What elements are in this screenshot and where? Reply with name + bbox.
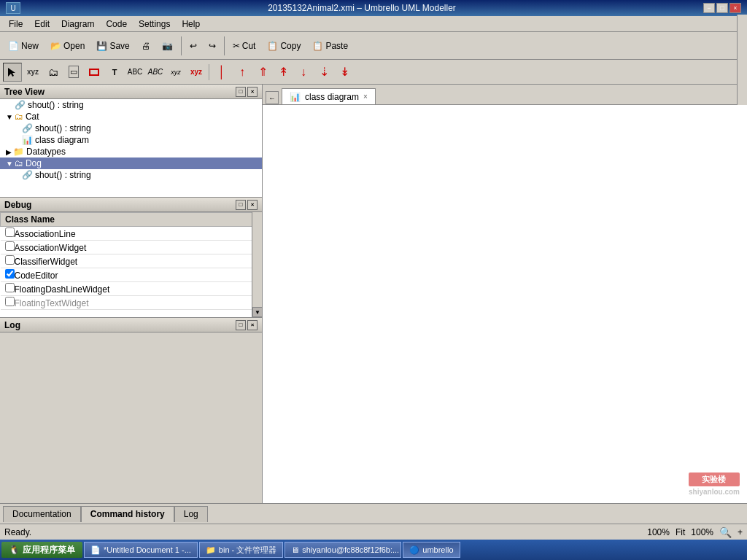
debug-panel: Debug □ × Class Name AssociationLine [0, 198, 262, 318]
debug-check-2[interactable] [5, 255, 15, 265]
taskbar-icon-2: 🖥 [291, 545, 299, 554]
down-diamond-tool[interactable]: ⇣ [314, 63, 333, 82]
taskbar-item-2[interactable]: 🖥 shiyanlou@fc88c8f12f6b:... [285, 542, 401, 558]
down-arrow-tool[interactable]: ↓ [294, 63, 313, 82]
tree-item-cat-diagram[interactable]: 📊 class diagram [0, 134, 262, 146]
debug-scrollbar[interactable]: ▼ [252, 212, 262, 317]
xyz-tool2[interactable]: xyz [166, 63, 185, 82]
tree-item-cat[interactable]: ▼ 🗂 Cat [0, 111, 262, 122]
tree-scrollbar[interactable] [737, 15, 747, 113]
new-icon: 📄 [8, 41, 19, 51]
taskbar-item-umbrello[interactable]: 🔵 umbrello [403, 542, 460, 558]
log-expand-btn[interactable]: □ [236, 320, 246, 330]
debug-check-3[interactable] [5, 269, 15, 279]
fit-zoom: 100% [691, 527, 713, 537]
tree-view-panel: Tree View □ × 🔗 shout() : string ▼ 🗂 Cat [0, 85, 262, 198]
taskbar-item-0[interactable]: 📄 *Untitled Document 1 -... [84, 542, 198, 558]
start-button[interactable]: 🐧 应用程序菜单 [1, 542, 82, 558]
menu-help[interactable]: Help [176, 18, 206, 31]
cut-icon: ✂ [233, 41, 240, 51]
copy-icon: 📋 [267, 41, 278, 51]
debug-check-0[interactable] [5, 228, 15, 237]
down-filled-tool[interactable]: ↡ [335, 63, 354, 82]
print-icon: 🖨 [142, 41, 150, 51]
menu-diagram[interactable]: Diagram [55, 18, 100, 31]
redo-icon: ↪ [209, 41, 216, 51]
new-button[interactable]: 📄 New [3, 35, 44, 57]
debug-controls[interactable]: □ × [236, 200, 258, 210]
log-close-btn[interactable]: × [247, 320, 258, 330]
open-button[interactable]: 📂 Open [45, 35, 90, 57]
text-tool[interactable]: T [105, 63, 124, 82]
menu-file[interactable]: File [3, 18, 28, 31]
arrow-cat: ▼ [6, 113, 13, 121]
tree-view-expand-btn[interactable]: □ [236, 87, 246, 97]
class-tool[interactable]: 🗂 [44, 63, 63, 82]
copy-button[interactable]: 📋 Copy [262, 35, 306, 57]
zoom-in-icon[interactable]: 🔍 [719, 526, 732, 538]
taskbar-icon-0: 📄 [90, 545, 101, 555]
screenshot-button[interactable]: 📷 [157, 35, 178, 57]
debug-check-1[interactable] [5, 241, 15, 251]
tab-class-diagram[interactable]: 📊 class diagram × [282, 88, 376, 104]
status-right: 100% Fit 100% 🔍 + [647, 526, 743, 538]
abc-tool[interactable]: ABC [146, 63, 165, 82]
folder-cat: 🗂 [15, 112, 23, 122]
zoom-in-btn[interactable]: + [738, 527, 743, 537]
paste-button[interactable]: 📋 Paste [307, 35, 353, 57]
select-tool[interactable] [3, 63, 22, 82]
up-arrow-tool[interactable]: ↑ [233, 63, 252, 82]
print-button[interactable]: 🖨 [136, 35, 155, 57]
up-arrow2-tool[interactable]: ⇑ [253, 63, 272, 82]
window-controls[interactable]: − □ × [703, 3, 741, 13]
svg-marker-0 [8, 68, 15, 77]
debug-header: Debug □ × [0, 198, 262, 212]
tree-item-dog-shout[interactable]: 🔗 shout() : string [0, 169, 262, 181]
main-toolbar: 📄 New 📂 Open 💾 Save 🖨 📷 ↩ ↪ ✂ Cut 📋 Copy… [0, 32, 747, 60]
label-tool[interactable]: xyz [187, 63, 206, 82]
menu-code[interactable]: Code [100, 18, 133, 31]
tree-item-0[interactable]: 🔗 shout() : string [0, 99, 262, 111]
diagram-canvas[interactable]: Cat + shout() : string Dog + shout() : s… [263, 105, 747, 503]
save-button[interactable]: 💾 Save [91, 35, 134, 57]
debug-close-btn[interactable]: × [247, 200, 258, 210]
toolbar-separator-2 [224, 36, 225, 55]
canvas-area: ← 📊 class diagram × Cat + sh [263, 85, 747, 503]
maximize-button[interactable]: □ [716, 3, 728, 13]
debug-expand-btn[interactable]: □ [236, 200, 246, 210]
debug-check-4[interactable] [5, 283, 15, 292]
tree-view-close-btn[interactable]: × [247, 87, 258, 97]
tree-item-cat-shout[interactable]: 🔗 shout() : string [0, 122, 262, 134]
menu-settings[interactable]: Settings [133, 18, 176, 31]
drawing-toolbar: xyz 🗂 ▭ T ABC ABC xyz xyz │ ↑ ⇑ ↟ ↓ ⇣ ↡ [0, 60, 747, 85]
rect-tool[interactable] [85, 63, 104, 82]
fit-label[interactable]: Fit [676, 527, 685, 537]
menu-edit[interactable]: Edit [28, 18, 55, 31]
sep-tool[interactable]: │ [212, 63, 231, 82]
minimize-button[interactable]: − [703, 3, 715, 13]
tree-item-datatypes[interactable]: ▶ 📁 Datatypes [0, 146, 262, 158]
up-open-tool[interactable]: ↟ [274, 63, 293, 82]
tab-documentation[interactable]: Documentation [3, 506, 81, 522]
tab-close-btn[interactable]: × [363, 93, 368, 101]
redo-button[interactable]: ↪ [204, 35, 221, 57]
debug-row-1: AssociationWidget [1, 241, 262, 254]
entity-tool[interactable]: xyz [23, 63, 42, 82]
taskbar-item-1[interactable]: 📁 bin - 文件管理器 [199, 542, 283, 558]
tab-nav-left[interactable]: ← [266, 91, 279, 104]
tab-command-history[interactable]: Command history [81, 506, 174, 522]
cut-button[interactable]: ✂ Cut [228, 35, 261, 57]
tree-item-dog[interactable]: ▼ 🗂 Dog [0, 158, 262, 169]
close-button[interactable]: × [729, 3, 741, 13]
undo-button[interactable]: ↩ [185, 35, 202, 57]
tab-log[interactable]: Log [174, 506, 208, 522]
interface-tool[interactable]: ▭ [64, 63, 83, 82]
tree-view-controls[interactable]: □ × [236, 87, 258, 97]
toolbar-separator-1 [181, 36, 182, 55]
note-tool[interactable]: ABC [125, 63, 144, 82]
titlebar: U 20135132Animal2.xmi – Umbrello UML Mod… [0, 0, 747, 16]
debug-check-5[interactable] [5, 297, 15, 306]
menubar: File Edit Diagram Code Settings Help [0, 16, 747, 32]
debug-scroll-down[interactable]: ▼ [252, 307, 263, 317]
log-controls[interactable]: □ × [236, 320, 258, 330]
